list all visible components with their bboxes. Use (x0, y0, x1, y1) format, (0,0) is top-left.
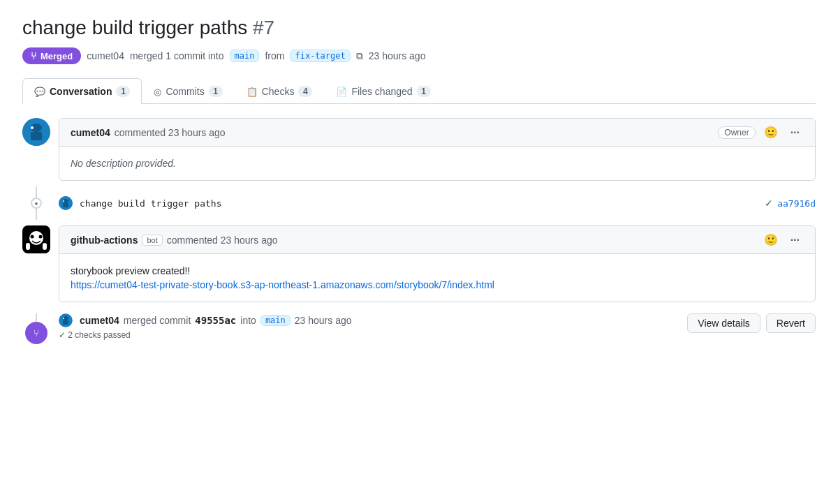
merge-info-line: cumet04 merged commit 49555ac into main … (59, 313, 679, 327)
tab-commits[interactable]: ◎ Commits 1 (142, 78, 234, 104)
tab-checks-count: 4 (298, 86, 312, 97)
merged-badge: ⑂ Merged (22, 47, 81, 64)
conversation-icon: 💬 (34, 87, 45, 97)
comment-time-2: commented 23 hours ago (167, 235, 278, 246)
merge-branch-icon: ⑂ (34, 327, 39, 339)
pr-from-text: from (265, 50, 284, 61)
tab-files-changed-label: Files changed (351, 86, 412, 97)
tab-commits-label: Commits (166, 86, 204, 97)
tab-checks-label: Checks (262, 86, 295, 97)
pr-title: change build trigger paths #7 (22, 17, 816, 39)
commit-message-text: change build trigger paths (80, 198, 222, 209)
owner-badge-1: Owner (718, 126, 755, 139)
comment-1-container: cumet04 commented 23 hours ago Owner 🙂 ·… (22, 118, 816, 181)
timeline-line-bottom (36, 209, 37, 220)
pr-meta: ⑂ Merged cumet04 merged 1 commit into ma… (22, 47, 816, 64)
source-branch-tag[interactable]: fix-target (290, 50, 350, 62)
pr-number: #7 (253, 17, 274, 38)
commit-row-content: change build trigger paths ✓ aa7916d (59, 186, 816, 220)
commit-node: ● (31, 198, 42, 209)
commit-mini-avatar (59, 196, 73, 210)
commit-left-content: change build trigger paths (59, 196, 222, 210)
merge-action-suffix: into (240, 315, 256, 326)
comment-author-2[interactable]: github-actions (71, 235, 138, 246)
target-branch-tag[interactable]: main (230, 50, 260, 62)
tab-files-changed-count: 1 (417, 86, 431, 97)
merge-target-branch[interactable]: main (260, 315, 291, 326)
commit-timeline-row: ● change build trigger paths ✓ aa7916d (22, 186, 816, 220)
comment-body-text-1: No description provided. (71, 158, 176, 169)
svg-rect-6 (63, 203, 68, 207)
bot-avatar-col (22, 225, 50, 302)
checks-icon: 📋 (247, 87, 258, 97)
storybook-link[interactable]: https://cumet04-test-private-story-book.… (71, 279, 494, 290)
more-options-button-1[interactable]: ··· (786, 125, 804, 140)
svg-rect-16 (63, 320, 68, 325)
tab-commits-count: 1 (209, 86, 223, 97)
copy-icon[interactable]: ⧉ (356, 50, 363, 62)
merge-content: cumet04 merged commit 49555ac into main … (59, 313, 679, 340)
comment-box-1: cumet04 commented 23 hours ago Owner 🙂 ·… (59, 118, 816, 181)
comment-header-right-2: 🙂 ··· (761, 232, 804, 248)
timeline-line-col-1 (22, 118, 50, 181)
merge-actions: View details Revert (687, 313, 816, 333)
tab-conversation-label: Conversation (50, 86, 112, 97)
bot-comment-body-text: storybook preview created!! (71, 265, 804, 276)
comment-author-1[interactable]: cumet04 (71, 127, 110, 138)
svg-rect-12 (26, 243, 30, 250)
checks-passed-line: ✓ 2 checks passed (59, 330, 679, 340)
comment-2-container: github-actions bot commented 23 hours ag… (22, 225, 816, 302)
tab-conversation[interactable]: 💬 Conversation 1 (22, 78, 142, 104)
tab-checks[interactable]: 📋 Checks 4 (235, 78, 325, 104)
merge-time: 23 hours ago (295, 315, 352, 326)
merge-action-prefix: merged commit (124, 315, 191, 326)
main-content: cumet04 commented 23 hours ago Owner 🙂 ·… (22, 104, 816, 344)
merge-timeline-col: ⑂ (22, 313, 50, 344)
commit-hash-area: ✓ aa7916d (765, 198, 816, 209)
commit-timeline-col: ● (22, 186, 50, 220)
bot-badge: bot (142, 235, 162, 246)
comment-header-2: github-actions bot commented 23 hours ag… (59, 226, 815, 254)
avatar-github-actions (22, 225, 50, 253)
commit-check-icon: ✓ (765, 198, 773, 209)
merge-section: ⑂ cumet04 merged commit 49 (22, 313, 816, 344)
checks-passed-text: 2 checks passed (68, 330, 130, 340)
pr-time: 23 hours ago (369, 50, 426, 61)
checks-icon-small: ✓ (59, 330, 66, 340)
comment-header-1: cumet04 commented 23 hours ago Owner 🙂 ·… (59, 119, 815, 147)
emoji-reaction-button-1[interactable]: 🙂 (761, 124, 781, 140)
svg-point-17 (63, 318, 64, 319)
comment-header-right-1: Owner 🙂 ··· (718, 124, 804, 140)
comment-box-2: github-actions bot commented 23 hours ag… (59, 225, 816, 302)
merged-label-text: Merged (41, 51, 73, 61)
tabs-bar: 💬 Conversation 1 ◎ Commits 1 📋 Checks 4 … (22, 78, 816, 104)
svg-point-3 (31, 126, 34, 129)
merge-icon-circle: ⑂ (25, 322, 47, 344)
comment-header-left-2: github-actions bot commented 23 hours ag… (71, 235, 278, 246)
pr-action-text: merged 1 commit into (130, 50, 224, 61)
commits-icon: ◎ (154, 87, 161, 97)
merge-commit-hash: 49555ac (195, 315, 236, 326)
pr-author: cumet04 (87, 50, 124, 61)
commit-hash-link[interactable]: aa7916d (777, 198, 816, 209)
comment-header-left-1: cumet04 commented 23 hours ago (71, 127, 226, 138)
merge-line-top (36, 313, 37, 322)
merge-icon: ⑂ (31, 50, 36, 61)
comment-body-2: storybook preview created!! https://cume… (59, 254, 815, 302)
comment-body-1: No description provided. (59, 147, 815, 180)
view-details-button[interactable]: View details (687, 313, 760, 333)
revert-button[interactable]: Revert (766, 313, 816, 333)
comment-time-1: commented 23 hours ago (115, 127, 226, 138)
emoji-reaction-button-2[interactable]: 🙂 (761, 232, 781, 248)
tab-files-changed[interactable]: 📄 Files changed 1 (324, 78, 442, 104)
svg-point-7 (63, 200, 64, 202)
merge-avatar-inline (59, 313, 73, 327)
timeline-line-top (36, 186, 37, 198)
merge-author: cumet04 (80, 315, 119, 326)
pr-title-text: change build trigger paths (22, 17, 247, 38)
avatar-cumet04 (22, 118, 50, 146)
svg-point-10 (31, 235, 34, 239)
commit-dot-icon: ● (35, 200, 38, 207)
svg-point-11 (39, 235, 43, 239)
more-options-button-2[interactable]: ··· (786, 232, 804, 248)
